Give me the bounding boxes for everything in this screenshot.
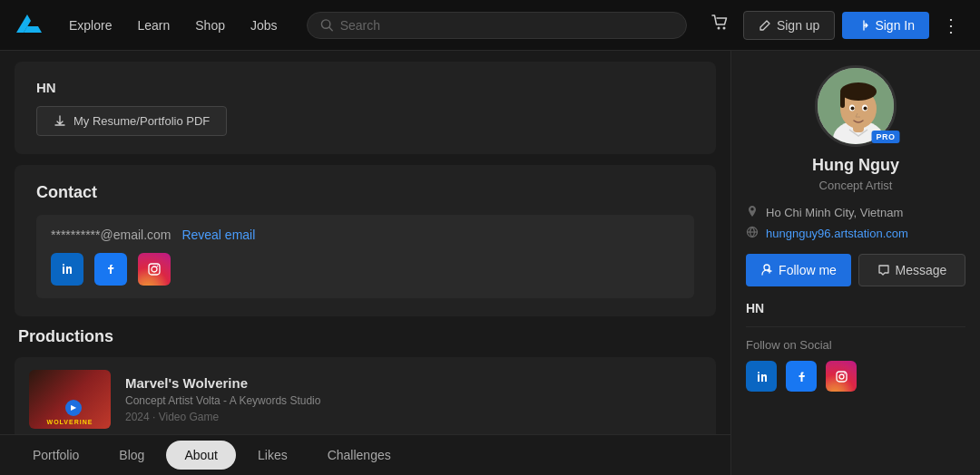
svg-point-5 — [152, 267, 157, 272]
action-buttons: Follow me Message — [746, 254, 965, 286]
nav-actions: Sign up Sign In ⋮ — [705, 7, 965, 43]
follow-icon — [760, 264, 773, 276]
tabs-bar: Portfolio Blog About Likes Challenges — [0, 434, 730, 475]
globe-icon — [746, 226, 759, 241]
wolverine-thumb-bg: ▶ — [29, 370, 111, 429]
hn-resume-section: HN My Resume/Portfolio PDF — [15, 62, 716, 154]
svg-point-20 — [844, 373, 846, 374]
more-options-button[interactable]: ⋮ — [936, 11, 965, 40]
tab-blog[interactable]: Blog — [101, 441, 162, 470]
website-row: hungnguy96.artstation.com — [746, 226, 965, 241]
nav-jobs[interactable]: Jobs — [240, 13, 289, 38]
hn-sidebar-label: HN — [746, 301, 965, 327]
website-link[interactable]: hungnguy96.artstation.com — [766, 227, 908, 240]
tab-challenges[interactable]: Challenges — [309, 441, 409, 470]
svg-line-1 — [328, 27, 331, 30]
facebook-icon[interactable] — [94, 253, 127, 286]
message-button[interactable]: Message — [858, 254, 965, 286]
location-row: Ho Chi Minh City, Vietnam — [746, 205, 965, 220]
pro-badge: PRO — [871, 131, 899, 143]
location-text: Ho Chi Minh City, Vietnam — [766, 206, 903, 219]
prod-info: Marvel's Wolverine Concept Artist Volta … — [125, 375, 701, 423]
sidebar-facebook-icon[interactable] — [786, 361, 817, 392]
svg-rect-4 — [149, 264, 160, 275]
cart-button[interactable] — [705, 7, 736, 43]
email-text: **********@email.com Reveal email — [51, 228, 680, 242]
linkedin-icon[interactable] — [51, 253, 83, 286]
hn-label: HN — [36, 80, 694, 95]
prod-meta: 2024 · Video Game — [125, 411, 701, 423]
contact-title: Contact — [36, 183, 694, 202]
instagram-icon[interactable] — [138, 253, 171, 286]
sidebar-instagram-icon[interactable] — [826, 361, 857, 392]
profile-sidebar: PRO Hung Nguy Concept Artist Ho Chi Minh… — [730, 51, 980, 475]
svg-rect-12 — [840, 92, 845, 108]
signin-icon — [857, 19, 869, 32]
contact-section: Contact **********@email.com Reveal emai… — [15, 165, 716, 316]
svg-point-2 — [717, 27, 720, 30]
cart-icon — [710, 13, 730, 33]
sidebar-social-icons — [746, 361, 965, 392]
svg-point-16 — [864, 107, 867, 111]
main-content: HN My Resume/Portfolio PDF Contact *****… — [0, 51, 730, 475]
nav-links: Explore Learn Shop Jobs — [58, 13, 289, 38]
svg-point-15 — [851, 107, 855, 111]
profile-title-label: Concept Artist — [746, 179, 965, 192]
profile-name: Hung Nguy — [746, 156, 965, 175]
follow-social-label: Follow on Social — [746, 338, 965, 352]
svg-point-3 — [722, 27, 725, 30]
prod-subtitle: Concept Artist Volta - A Keywords Studio — [125, 394, 701, 407]
search-icon — [320, 18, 333, 32]
signin-button[interactable]: Sign In — [842, 12, 929, 39]
signup-button[interactable]: Sign up — [743, 11, 835, 40]
svg-point-19 — [839, 374, 844, 379]
nav-explore[interactable]: Explore — [58, 13, 122, 38]
tab-about[interactable]: About — [166, 441, 236, 470]
svg-point-11 — [840, 82, 877, 101]
search-input[interactable] — [340, 18, 673, 33]
edit-icon — [759, 19, 771, 32]
message-icon — [877, 264, 890, 276]
resume-button[interactable]: My Resume/Portfolio PDF — [36, 106, 227, 136]
search-bar — [307, 12, 687, 39]
location-icon — [746, 205, 759, 220]
page-layout: HN My Resume/Portfolio PDF Contact *****… — [0, 51, 980, 475]
reveal-email-link[interactable]: Reveal email — [181, 228, 255, 242]
avatar-wrap: PRO — [746, 65, 965, 147]
nav-shop[interactable]: Shop — [184, 13, 236, 38]
email-row: **********@email.com Reveal email — [36, 215, 694, 298]
contact-social-icons — [51, 253, 680, 286]
nav-learn[interactable]: Learn — [126, 13, 181, 38]
productions-title: Productions — [15, 327, 716, 346]
production-thumb: ▶ — [29, 370, 111, 429]
tab-portfolio[interactable]: Portfolio — [15, 441, 97, 470]
navbar: Explore Learn Shop Jobs Sign up — [0, 0, 980, 51]
tab-likes[interactable]: Likes — [240, 441, 306, 470]
production-item[interactable]: ▶ Marvel's Wolverine Concept Artist Volt… — [15, 357, 716, 441]
sidebar-linkedin-icon[interactable] — [746, 361, 777, 392]
artstation-logo — [15, 11, 44, 40]
prod-title: Marvel's Wolverine — [125, 375, 701, 391]
follow-button[interactable]: Follow me — [746, 254, 851, 286]
download-icon — [54, 115, 66, 128]
prod-icon: ▶ — [65, 400, 82, 416]
profile-meta: Ho Chi Minh City, Vietnam hungnguy96.art… — [746, 205, 965, 241]
svg-point-6 — [157, 266, 159, 267]
